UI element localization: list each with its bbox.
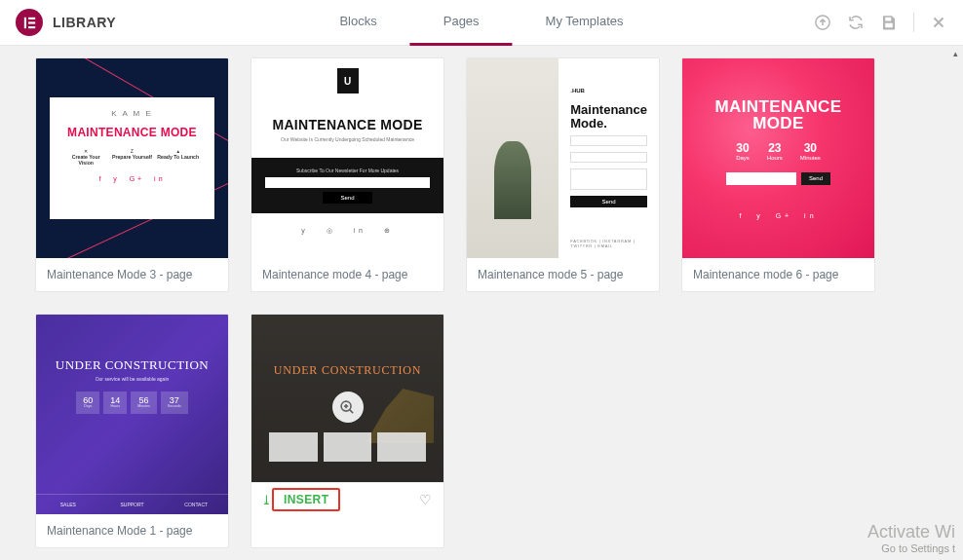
import-icon[interactable] [814, 14, 831, 31]
thumb-brand: K A M E [111, 109, 152, 118]
template-label: Maintenance mode 4 - page [251, 258, 443, 291]
sync-icon[interactable] [847, 14, 865, 31]
favorite-icon[interactable]: ♡ [419, 492, 432, 507]
scrollbar[interactable]: ▴ [947, 46, 963, 560]
elementor-logo-icon [21, 15, 38, 31]
template-thumbnail: PRO UNDER CONSTRUCTION Our service will … [36, 315, 228, 514]
magnify-icon[interactable] [332, 392, 364, 423]
template-thumbnail: PRO U MAINTENANCE MODE Our Website Is Cu… [251, 58, 443, 258]
svg-rect-2 [28, 21, 35, 23]
template-thumbnail: PRO .HUB Maintenance Mode. Send FACEBOOK… [467, 58, 659, 258]
template-label: Maintenance Mode 1 - page [36, 514, 228, 547]
save-icon[interactable] [880, 14, 898, 31]
svg-rect-0 [23, 17, 25, 27]
header-bar: LIBRARY Blocks Pages My Templates [0, 0, 963, 46]
scroll-up-icon[interactable]: ▴ [947, 46, 963, 61]
template-thumbnail: PRO MAINTENANCEMODE 30Days 23Hours 30Min… [682, 58, 874, 258]
tab-blocks[interactable]: Blocks [306, 0, 409, 46]
template-thumbnail: K A M E MAINTENANCE MODE ✕Create Your Vi… [36, 58, 228, 258]
thumb-title: UNDER CONSTRUCTION [56, 357, 209, 373]
download-icon: ⤓ [261, 493, 272, 507]
template-label: Maintenance mode 6 - page [682, 258, 874, 291]
svg-rect-3 [28, 26, 35, 28]
template-thumbnail: UNDER CONSTRUCTION [251, 315, 443, 482]
template-card[interactable]: PRO .HUB Maintenance Mode. Send FACEBOOK… [466, 57, 660, 292]
thumb-title: MAINTENANCEMODE [714, 98, 841, 131]
thumb-title: MAINTENANCE MODE [272, 117, 422, 132]
template-card[interactable]: PRO U MAINTENANCE MODE Our Website Is Cu… [250, 57, 444, 292]
tabs: Blocks Pages My Templates [306, 0, 656, 46]
separator [913, 13, 914, 32]
library-title: LIBRARY [53, 15, 116, 30]
template-card[interactable]: PRO MAINTENANCEMODE 30Days 23Hours 30Min… [681, 57, 875, 292]
svg-rect-1 [28, 17, 35, 19]
close-icon[interactable] [930, 14, 947, 31]
template-grid: K A M E MAINTENANCE MODE ✕Create Your Vi… [0, 46, 963, 560]
template-card-footer: ⤓ INSERT ♡ [251, 482, 443, 516]
tab-pages[interactable]: Pages [410, 0, 513, 46]
template-card[interactable]: K A M E MAINTENANCE MODE ✕Create Your Vi… [35, 57, 229, 292]
template-card[interactable]: PRO UNDER CONSTRUCTION Our service will … [35, 314, 229, 548]
template-label: Maintenance mode 5 - page [467, 258, 659, 291]
elementor-logo [16, 9, 43, 36]
template-card-hovered[interactable]: UNDER CONSTRUCTION ⤓ INSERT ♡ [250, 314, 444, 548]
header-actions [814, 13, 947, 32]
thumb-title: MAINTENANCE MODE [67, 126, 197, 139]
tab-my-templates[interactable]: My Templates [513, 0, 657, 46]
thumb-title: Maintenance Mode. [570, 103, 647, 130]
template-label: Maintenance Mode 3 - page [36, 258, 228, 291]
thumb-social: f y G+ in [98, 175, 165, 182]
insert-button[interactable]: INSERT [272, 488, 340, 511]
thumb-title: UNDER CONSTRUCTION [274, 363, 421, 378]
